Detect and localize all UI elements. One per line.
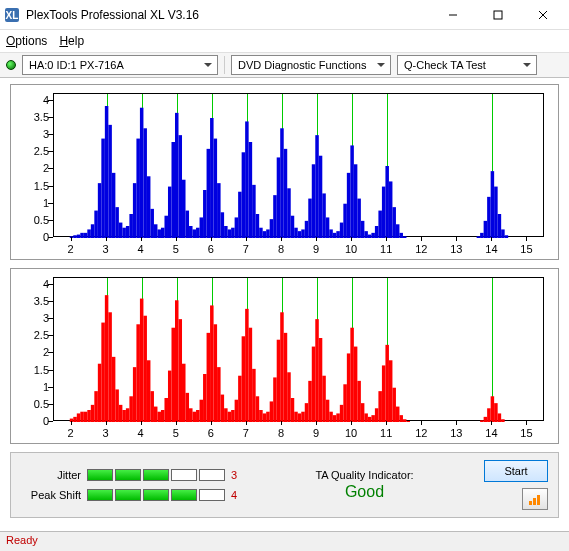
svg-rect-10 (84, 233, 88, 238)
x-tick-label: 10 (345, 427, 357, 439)
svg-rect-103 (480, 233, 484, 238)
svg-rect-16 (105, 106, 109, 238)
chart-bars (54, 278, 545, 422)
svg-rect-108 (498, 214, 502, 238)
jitter-blocks (87, 469, 225, 481)
svg-rect-59 (256, 214, 260, 238)
svg-rect-168 (270, 401, 274, 422)
function-group-select[interactable]: DVD Diagnostic Functions (231, 55, 391, 75)
svg-rect-63 (270, 219, 274, 238)
svg-rect-50 (224, 226, 228, 238)
svg-rect-177 (301, 412, 305, 422)
svg-rect-155 (224, 408, 228, 422)
svg-rect-26 (140, 108, 144, 238)
svg-text:XL: XL (6, 10, 19, 21)
svg-rect-215 (529, 501, 532, 505)
svg-rect-99 (396, 224, 400, 238)
svg-rect-217 (537, 495, 540, 505)
svg-rect-77 (319, 156, 323, 238)
svg-rect-87 (354, 164, 358, 238)
status-bar: Ready (0, 531, 569, 551)
svg-rect-8 (77, 235, 81, 238)
svg-rect-109 (501, 229, 505, 238)
svg-rect-127 (126, 408, 130, 422)
svg-rect-119 (98, 364, 102, 422)
menu-help[interactable]: Help (59, 34, 84, 48)
svg-rect-206 (403, 419, 407, 422)
svg-rect-205 (399, 415, 403, 422)
svg-rect-67 (284, 149, 288, 238)
svg-rect-43 (200, 217, 204, 238)
svg-rect-150 (207, 333, 211, 422)
svg-rect-165 (259, 410, 263, 422)
svg-rect-173 (287, 372, 291, 422)
x-tick-label: 3 (103, 427, 109, 439)
svg-rect-197 (371, 415, 375, 422)
svg-rect-106 (491, 171, 495, 238)
menu-bar: Options Help (0, 30, 569, 52)
svg-rect-20 (119, 223, 123, 238)
svg-rect-13 (94, 211, 98, 238)
svg-rect-182 (319, 338, 323, 422)
svg-rect-73 (305, 221, 309, 238)
menu-options[interactable]: Options (6, 34, 47, 48)
x-tick-label: 2 (67, 427, 73, 439)
svg-rect-69 (291, 216, 295, 238)
svg-rect-142 (179, 319, 183, 422)
y-tick-label: 0.5 (11, 398, 49, 410)
ta-indicator-value: Good (345, 483, 384, 501)
svg-rect-202 (389, 360, 393, 422)
svg-rect-184 (326, 400, 330, 422)
close-button[interactable] (520, 0, 565, 29)
x-tick-label: 8 (278, 427, 284, 439)
svg-rect-204 (396, 407, 400, 422)
start-button[interactable]: Start (484, 460, 548, 482)
svg-rect-107 (494, 187, 498, 238)
svg-rect-195 (364, 413, 368, 422)
svg-rect-160 (242, 336, 246, 422)
minimize-button[interactable] (430, 0, 475, 29)
function-group-label: DVD Diagnostic Functions (238, 59, 366, 71)
svg-rect-23 (129, 214, 133, 238)
meter-block (143, 469, 169, 481)
svg-rect-28 (147, 176, 151, 238)
svg-rect-92 (371, 233, 375, 238)
x-tick-label: 7 (243, 243, 249, 255)
svg-rect-90 (364, 231, 368, 238)
svg-rect-47 (214, 139, 218, 238)
svg-rect-185 (329, 412, 333, 422)
svg-rect-72 (301, 229, 305, 238)
svg-rect-22 (126, 226, 130, 238)
maximize-button[interactable] (475, 0, 520, 29)
svg-rect-9 (80, 233, 84, 238)
drive-select[interactable]: HA:0 ID:1 PX-716A (22, 55, 218, 75)
meter-block (143, 489, 169, 501)
svg-rect-141 (175, 300, 179, 422)
y-tick-label: 1.5 (11, 180, 49, 192)
svg-rect-198 (375, 408, 379, 422)
svg-rect-79 (326, 217, 330, 238)
svg-rect-36 (175, 113, 179, 238)
save-chart-button[interactable] (522, 488, 548, 510)
svg-rect-104 (484, 221, 488, 238)
svg-rect-194 (361, 403, 365, 422)
svg-rect-85 (347, 173, 351, 238)
svg-rect-152 (214, 324, 218, 422)
x-tick-label: 12 (415, 243, 427, 255)
svg-rect-130 (136, 324, 140, 422)
x-tick-label: 11 (380, 243, 392, 255)
meter-block (199, 469, 225, 481)
svg-rect-154 (221, 395, 225, 422)
svg-rect-171 (280, 312, 284, 422)
test-select[interactable]: Q-Check TA Test (397, 55, 537, 75)
svg-rect-190 (347, 353, 351, 422)
jitter-label: Jitter (21, 469, 81, 481)
x-tick-label: 2 (67, 243, 73, 255)
svg-rect-200 (382, 365, 386, 422)
svg-rect-118 (94, 391, 98, 422)
svg-rect-172 (284, 333, 288, 422)
svg-rect-162 (249, 328, 253, 422)
svg-rect-45 (207, 149, 211, 238)
svg-rect-84 (343, 204, 347, 238)
title-bar: XL PlexTools Professional XL V3.16 (0, 0, 569, 30)
